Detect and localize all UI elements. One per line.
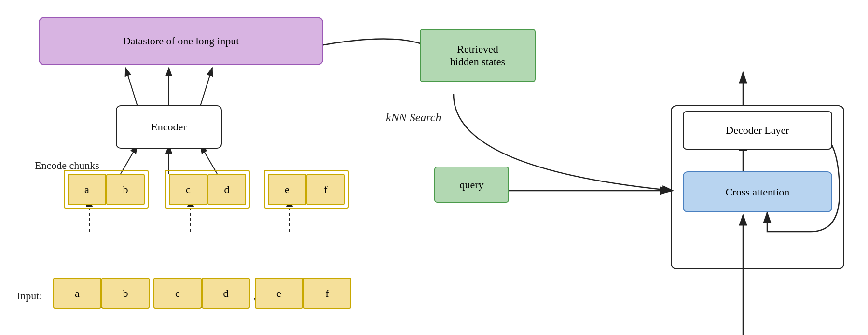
input-d-box: d bbox=[202, 278, 250, 309]
query-box: query bbox=[434, 167, 509, 203]
chunk-e-label: e bbox=[285, 183, 289, 196]
cross-attention-box: Cross attention bbox=[683, 171, 832, 212]
input-c-label: c bbox=[175, 287, 180, 300]
diagram: Datastore of one long input Encoder Enco… bbox=[0, 0, 868, 335]
svg-line-7 bbox=[200, 145, 217, 174]
input-label: Input: bbox=[17, 290, 42, 302]
input-a-box: a bbox=[53, 278, 101, 309]
chunk-e-box: e bbox=[268, 174, 306, 205]
input-e-label: e bbox=[276, 287, 281, 300]
encoder-box: Encoder bbox=[116, 105, 222, 149]
chunk-d-label: d bbox=[224, 183, 230, 196]
input-f-box: f bbox=[303, 278, 351, 309]
chunk-a-box: a bbox=[68, 174, 106, 205]
chunk-c-label: c bbox=[186, 183, 191, 196]
encoder-label: Encoder bbox=[151, 121, 186, 133]
chunk-b-box: b bbox=[106, 174, 145, 205]
datastore-label: Datastore of one long input bbox=[123, 35, 239, 47]
knn-search-label: kNN Search bbox=[386, 111, 441, 124]
datastore-box: Datastore of one long input bbox=[39, 17, 323, 65]
svg-line-8 bbox=[125, 68, 138, 106]
retrieved-box: Retrieved hidden states bbox=[420, 29, 536, 82]
chunk-a-label: a bbox=[84, 183, 89, 196]
query-label: query bbox=[459, 179, 483, 191]
chunk-f-box: f bbox=[306, 174, 345, 205]
input-a-label: a bbox=[75, 287, 80, 300]
encode-chunks-label: Encode chunks bbox=[35, 159, 99, 172]
chunk-d-box: d bbox=[207, 174, 246, 205]
chunk-c-box: c bbox=[169, 174, 207, 205]
decoder-layer-box: Decoder Layer bbox=[683, 111, 832, 150]
svg-line-5 bbox=[121, 145, 138, 174]
input-c-box: c bbox=[153, 278, 202, 309]
input-d-label: d bbox=[223, 287, 229, 300]
input-e-box: e bbox=[255, 278, 303, 309]
decoder-layer-label: Decoder Layer bbox=[726, 124, 789, 137]
chunk-f-label: f bbox=[324, 183, 327, 196]
svg-line-10 bbox=[200, 68, 212, 106]
input-b-box: b bbox=[101, 278, 150, 309]
cross-attention-label: Cross attention bbox=[726, 186, 790, 198]
input-f-label: f bbox=[325, 287, 329, 300]
input-b-label: b bbox=[123, 287, 128, 300]
chunk-b-label: b bbox=[123, 183, 128, 196]
retrieved-label: Retrieved hidden states bbox=[450, 43, 505, 68]
